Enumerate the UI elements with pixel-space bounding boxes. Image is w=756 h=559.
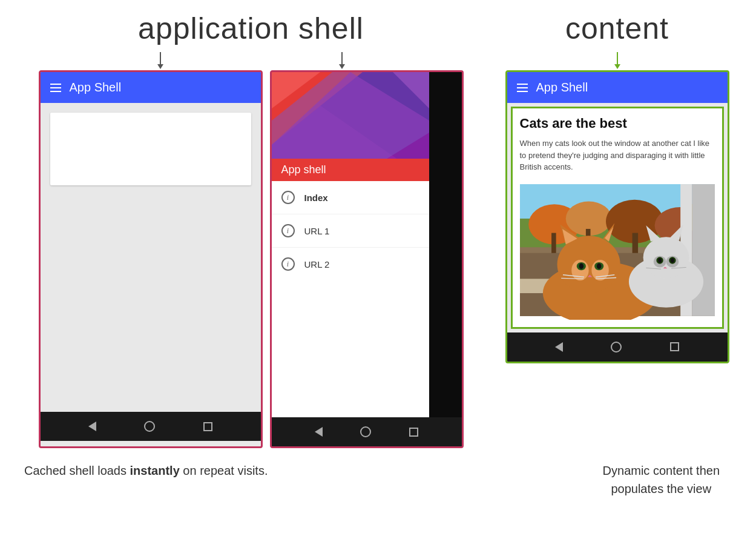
- phone1-title: App Shell: [70, 81, 122, 94]
- content-label: content: [565, 11, 669, 46]
- menu-item-index[interactable]: i Index: [272, 181, 429, 214]
- info-icon-3: i: [281, 257, 295, 271]
- menu-item-url1-label: URL 1: [304, 226, 330, 236]
- svg-rect-15: [551, 233, 556, 256]
- nav-home-icon-2[interactable]: [360, 426, 371, 437]
- content-title: Cats are the best: [520, 116, 715, 131]
- arrow-right: [339, 52, 345, 69]
- svg-rect-17: [632, 233, 637, 256]
- arrow-left: [157, 52, 163, 69]
- svg-point-49: [671, 258, 674, 263]
- menu-list: i Index i URL 1 i URL 2: [272, 181, 429, 280]
- phone2-navbar: [272, 417, 462, 446]
- menu-item-index-label: Index: [304, 193, 328, 203]
- nav-back-icon-2[interactable]: [315, 427, 323, 437]
- cat-image: [520, 180, 715, 320]
- nav-back-icon[interactable]: [88, 422, 96, 431]
- phone3-appbar: App Shell: [507, 72, 728, 103]
- drawer-app-shell-banner: App shell: [272, 159, 429, 181]
- app-shell-label: application shell: [138, 11, 364, 46]
- phone3-title: App Shell: [536, 81, 588, 94]
- nav-recents-icon-3[interactable]: [670, 342, 679, 351]
- menu-item-url2-label: URL 2: [304, 259, 330, 270]
- nav-home-icon[interactable]: [144, 421, 155, 432]
- nav-home-icon-3[interactable]: [611, 342, 622, 352]
- white-placeholder-box: [50, 113, 251, 185]
- phone3-body: Cats are the best When my cats look out …: [507, 103, 728, 332]
- phone1-body: [41, 103, 261, 412]
- nav-back-icon-3[interactable]: [555, 342, 563, 352]
- phone1-frame: App Shell: [39, 70, 263, 448]
- svg-line-37: [561, 278, 583, 279]
- caption-right: Dynamic content thenpopulates the view: [603, 461, 720, 498]
- hamburger-icon-3[interactable]: [517, 84, 528, 92]
- phone3-frame: App Shell Cats are the best When my cats…: [505, 70, 729, 363]
- phone2-layout: App shell i Index i URL 1: [272, 72, 462, 417]
- caption-instantly: instantly: [130, 464, 180, 477]
- menu-item-url1[interactable]: i URL 1: [272, 214, 429, 248]
- svg-point-41: [643, 237, 689, 278]
- drawer-header-image: App shell: [272, 72, 429, 181]
- phone2-frame: App shell i Index i URL 1: [270, 70, 464, 448]
- svg-point-48: [658, 258, 662, 263]
- phone2-drawer: App shell i Index i URL 1: [272, 72, 429, 417]
- drawer-overlay: [429, 72, 462, 417]
- content-text: When my cats look out the window at anot…: [520, 137, 715, 173]
- app-shell-section: application shell: [27, 11, 475, 448]
- phone1-navbar: [41, 412, 261, 441]
- nav-recents-icon[interactable]: [203, 422, 212, 431]
- menu-item-url2[interactable]: i URL 2: [272, 248, 429, 280]
- content-box: Cats are the best When my cats look out …: [511, 107, 724, 329]
- phone3-navbar: [507, 332, 728, 362]
- green-arrow: [614, 52, 620, 69]
- caption-left: Cached shell loads instantly on repeat v…: [24, 461, 268, 480]
- svg-point-24: [557, 236, 620, 293]
- nav-recents-icon-2[interactable]: [409, 428, 418, 437]
- cat-illustration: [520, 180, 715, 320]
- hamburger-icon[interactable]: [50, 84, 61, 92]
- info-icon-1: i: [281, 191, 295, 204]
- phone1-appbar: App Shell: [41, 72, 261, 103]
- svg-point-33: [579, 263, 583, 268]
- info-icon-2: i: [281, 224, 295, 237]
- content-section: content App Shell: [505, 11, 729, 363]
- svg-point-34: [596, 263, 601, 268]
